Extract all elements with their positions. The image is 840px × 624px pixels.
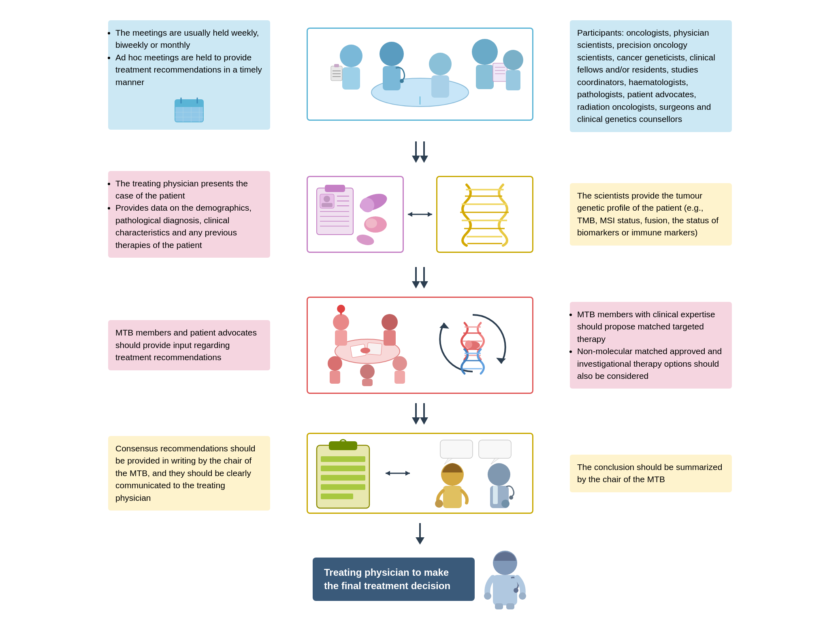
svg-point-131	[519, 592, 526, 600]
svg-marker-66	[412, 281, 420, 288]
svg-marker-109	[386, 471, 390, 476]
svg-point-21	[429, 53, 452, 75]
svg-point-121	[435, 500, 443, 508]
svg-rect-78	[330, 371, 340, 384]
svg-rect-129	[506, 603, 514, 609]
checklist-illustration	[313, 438, 377, 509]
svg-point-117	[488, 463, 510, 486]
physician-conversation-illustration	[418, 438, 527, 509]
svg-rect-104	[321, 475, 365, 481]
arrow-down-4	[410, 521, 430, 545]
svg-rect-103	[321, 466, 365, 471]
svg-marker-84	[496, 358, 506, 363]
svg-rect-105	[321, 484, 365, 490]
row1-left-info: The meetings are usually held weekly, bi…	[108, 20, 270, 130]
row4-right-info: The conclusion should be summarized by t…	[570, 455, 732, 492]
svg-rect-116	[443, 486, 462, 508]
arrow-down-1	[404, 139, 436, 164]
svg-rect-80	[394, 371, 405, 384]
svg-rect-12	[342, 67, 360, 90]
svg-rect-126	[493, 575, 517, 605]
svg-marker-110	[405, 471, 410, 476]
svg-point-119	[509, 496, 513, 500]
svg-marker-34	[412, 156, 420, 163]
svg-rect-2	[175, 104, 203, 107]
row2-left-point1: The treating physician presents the case…	[115, 177, 263, 202]
row3-right-info: MTB members with clinical expertise shou…	[570, 302, 732, 389]
final-decision-box: Treating physician to make the final tre…	[313, 558, 475, 601]
row4-left-info: Consensus recommendations should be prov…	[108, 436, 270, 511]
h-double-arrow-row4	[384, 465, 412, 481]
row3-right-point1: MTB members with clinical expertise shou…	[577, 308, 725, 345]
calendar-icon	[173, 95, 205, 123]
row2-left-point2: Provides data on the demographics, patho…	[115, 202, 263, 251]
svg-point-75	[382, 314, 398, 330]
circular-dna-illustration	[424, 303, 521, 388]
svg-point-51	[366, 218, 377, 228]
svg-rect-113	[479, 440, 511, 458]
svg-marker-124	[416, 537, 424, 545]
svg-point-77	[328, 356, 342, 371]
svg-point-81	[360, 364, 375, 379]
horizontal-double-arrow	[406, 206, 434, 222]
svg-marker-35	[420, 156, 428, 163]
row2-left-info: The treating physician presents the case…	[108, 171, 270, 258]
physician-silhouette	[483, 549, 527, 609]
svg-point-127	[514, 588, 518, 593]
row1-center-box	[303, 16, 537, 132]
svg-rect-106	[321, 494, 353, 499]
svg-rect-24	[476, 65, 494, 89]
svg-point-39	[324, 196, 330, 202]
row2-center	[303, 171, 537, 258]
svg-rect-22	[431, 75, 449, 98]
svg-rect-25	[493, 63, 507, 81]
svg-point-83	[360, 348, 370, 353]
row1-right-text: Participants: oncologists, physician sci…	[577, 28, 715, 124]
svg-marker-85	[439, 323, 449, 329]
svg-rect-111	[440, 440, 473, 458]
svg-point-71	[333, 314, 349, 330]
svg-rect-19	[383, 66, 401, 90]
svg-rect-102	[321, 456, 365, 462]
svg-marker-54	[408, 212, 412, 217]
row2-right-text: The scientists provide the tumour geneti…	[577, 191, 718, 237]
svg-rect-76	[384, 330, 396, 346]
svg-rect-14	[334, 64, 339, 67]
svg-rect-37	[325, 185, 345, 192]
arrow-down-2	[404, 265, 436, 289]
row3-left-info: MTB members and patient advocates should…	[108, 320, 270, 370]
row2-right-info: The scientists provide the tumour geneti…	[570, 183, 732, 246]
svg-point-122	[501, 500, 510, 508]
svg-point-130	[484, 592, 491, 600]
row4-left-text: Consensus recommendations should be prov…	[115, 444, 256, 502]
row4-center-box	[303, 433, 537, 514]
arrow-down-3	[404, 401, 436, 425]
svg-rect-82	[362, 379, 373, 386]
mtb-discussion-illustration	[319, 303, 416, 388]
svg-point-18	[379, 42, 404, 66]
svg-marker-98	[412, 417, 420, 425]
dna-illustration-row2	[444, 181, 525, 248]
row3-right-point2: Non-molecular matched approved and inves…	[577, 345, 725, 382]
row3-center-box	[303, 297, 537, 394]
svg-marker-99	[420, 417, 428, 425]
svg-rect-72	[335, 330, 347, 346]
row1-right-info: Participants: oncologists, physician sci…	[570, 20, 732, 132]
svg-point-52	[356, 233, 375, 247]
svg-point-11	[340, 45, 362, 67]
final-decision-text: Treating physician to make the final tre…	[324, 567, 450, 592]
people-meeting-illustration	[315, 32, 525, 117]
svg-point-29	[503, 50, 523, 70]
svg-point-79	[392, 356, 407, 371]
clipboard-pills-illustration	[313, 180, 398, 249]
svg-rect-30	[506, 70, 520, 90]
svg-marker-67	[420, 281, 428, 288]
svg-rect-120	[493, 486, 498, 504]
svg-point-95	[465, 340, 472, 348]
svg-rect-13	[331, 66, 342, 81]
svg-point-20	[400, 79, 404, 83]
row1-left-point1: The meetings are usually held weekly, bi…	[115, 27, 263, 51]
svg-rect-128	[495, 603, 503, 609]
svg-marker-55	[428, 212, 432, 217]
row3-left-text: MTB members and patient advocates should…	[115, 328, 257, 362]
